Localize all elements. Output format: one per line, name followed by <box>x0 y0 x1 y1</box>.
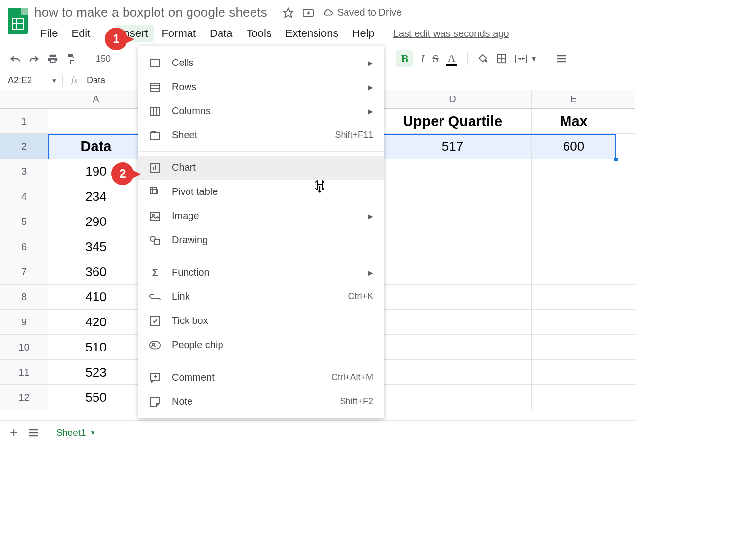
menu-comment[interactable]: CommentCtrl+Alt+M <box>138 365 384 389</box>
row-header[interactable]: 2 <box>0 134 48 159</box>
menu-help[interactable]: Help <box>346 25 380 42</box>
menu-people-chip[interactable]: People chip <box>138 333 384 357</box>
italic-button[interactable]: I <box>421 52 424 65</box>
svg-point-2 <box>485 60 487 62</box>
add-sheet-button[interactable]: + <box>10 425 18 441</box>
sheets-logo[interactable] <box>5 4 31 38</box>
cell-e2[interactable]: 600 <box>532 134 616 159</box>
menu-columns[interactable]: Columns▶ <box>138 99 384 123</box>
svg-rect-9 <box>150 59 160 67</box>
chart-icon <box>149 162 161 174</box>
header-upper-quartile[interactable]: Upper Quartile <box>374 109 532 133</box>
name-box[interactable]: A2:E2▼ <box>0 75 62 86</box>
pivot-icon <box>149 186 161 198</box>
menu-data[interactable]: Data <box>204 25 238 42</box>
menu-tools[interactable]: Tools <box>241 25 278 42</box>
insert-menu: Cells▶ Rows▶ Columns▶ SheetShift+F11 Cha… <box>138 46 384 418</box>
row-header[interactable]: 1 <box>0 109 48 133</box>
svg-rect-21 <box>150 188 156 193</box>
all-sheets-button[interactable] <box>29 429 38 437</box>
strike-button[interactable]: S <box>432 52 438 65</box>
app-header: how to make a boxplot on google sheets S… <box>0 0 635 42</box>
menu-drawing[interactable]: Drawing <box>138 228 384 252</box>
document-title[interactable]: how to make a boxplot on google sheets <box>34 5 267 20</box>
menu-sheet[interactable]: SheetShift+F11 <box>138 123 384 147</box>
svg-rect-13 <box>150 107 160 115</box>
menu-extensions[interactable]: Extensions <box>280 25 345 42</box>
formula-value[interactable]: Data <box>87 75 105 86</box>
link-icon <box>149 291 161 303</box>
menu-link[interactable]: LinkCtrl+K <box>138 285 384 309</box>
menu-image[interactable]: Image▶ <box>138 204 384 228</box>
select-all-cell[interactable] <box>0 90 48 108</box>
menu-pivot-table[interactable]: Pivot table <box>138 180 384 204</box>
star-icon[interactable] <box>283 7 294 18</box>
text-color-button[interactable]: A <box>446 52 457 66</box>
callout-2: 2 <box>111 162 134 185</box>
bold-button[interactable]: B <box>396 50 413 67</box>
save-status[interactable]: Saved to Drive <box>322 7 402 18</box>
header-max[interactable]: Max <box>532 109 616 133</box>
undo-icon[interactable] <box>10 54 21 63</box>
menu-file[interactable]: File <box>34 25 63 42</box>
cloud-icon <box>322 8 333 17</box>
fx-label: fx <box>63 75 87 86</box>
note-icon <box>149 396 161 408</box>
zoom-select[interactable]: 150 <box>96 54 111 64</box>
last-edit-link[interactable]: Last edit was seconds ago <box>393 28 509 39</box>
col-header-e[interactable]: E <box>532 90 616 108</box>
cells-icon <box>149 57 161 69</box>
menu-edit[interactable]: Edit <box>65 25 96 42</box>
columns-icon <box>149 105 161 117</box>
svg-marker-0 <box>284 8 293 17</box>
rows-icon <box>149 81 161 93</box>
fill-color-icon[interactable] <box>477 53 488 64</box>
image-icon <box>149 210 161 222</box>
svg-rect-10 <box>150 83 160 91</box>
comment-icon <box>149 372 161 383</box>
menu-tickbox[interactable]: Tick box <box>138 309 384 333</box>
people-chip-icon <box>149 339 161 351</box>
menu-chart[interactable]: Chart <box>138 156 384 180</box>
svg-rect-16 <box>150 133 160 139</box>
col-header-d[interactable]: D <box>374 90 532 108</box>
header-data[interactable]: Data <box>48 134 144 159</box>
svg-rect-29 <box>150 341 160 349</box>
paint-format-icon[interactable] <box>66 53 76 64</box>
pointer-cursor-icon <box>314 179 326 194</box>
svg-rect-24 <box>150 212 160 220</box>
redo-icon[interactable] <box>29 54 39 63</box>
callout-1: 1 <box>105 28 127 50</box>
align-icon[interactable] <box>556 54 567 63</box>
drawing-icon <box>149 234 161 246</box>
move-icon[interactable] <box>303 8 314 18</box>
sheet-tab-1[interactable]: Sheet1▼ <box>49 424 102 441</box>
col-header-a[interactable]: A <box>48 90 144 108</box>
menu-function[interactable]: ΣFunction▶ <box>138 260 384 285</box>
print-icon[interactable] <box>47 53 58 64</box>
menu-format[interactable]: Format <box>156 25 202 42</box>
sheet-icon <box>149 129 161 141</box>
menu-note[interactable]: NoteShift+F2 <box>138 389 384 414</box>
checkbox-icon <box>149 315 161 327</box>
borders-icon[interactable] <box>496 53 507 64</box>
cell-d2[interactable]: 517 <box>374 134 532 159</box>
merge-icon[interactable]: ▾ <box>515 53 536 64</box>
function-icon: Σ <box>149 267 161 279</box>
menu-rows[interactable]: Rows▶ <box>138 75 384 99</box>
sheet-tab-bar: + Sheet1▼ <box>0 420 635 444</box>
menu-cells[interactable]: Cells▶ <box>138 51 384 75</box>
svg-point-30 <box>152 343 155 345</box>
